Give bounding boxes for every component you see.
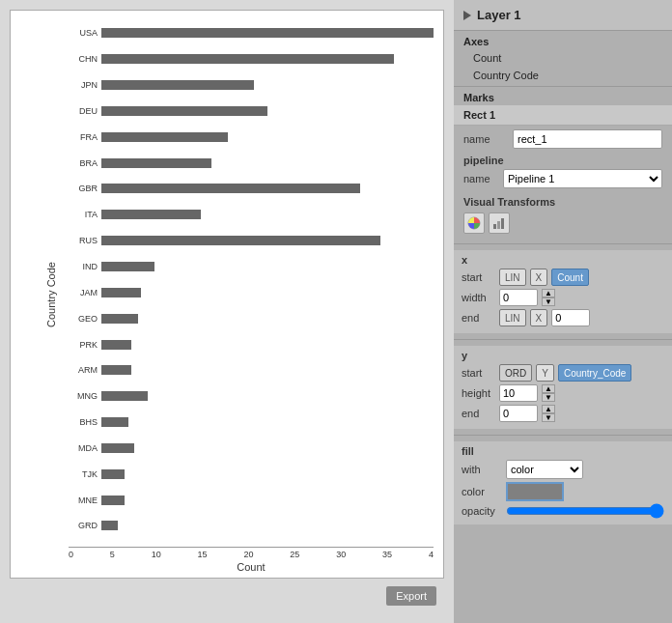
y-header: y (462, 350, 664, 361)
bar-track (101, 365, 434, 375)
x-width-input[interactable] (499, 289, 538, 306)
bar-fill (101, 288, 141, 297)
x-start-label: start (462, 271, 495, 283)
visual-transforms-icons (454, 210, 672, 240)
y-country-tag[interactable]: Country_Code (558, 364, 631, 382)
bar-row: JAM (69, 286, 434, 299)
x-width-spinner: ▲ ▼ (542, 289, 555, 306)
bar-fill (101, 54, 394, 64)
bar-row: DEU (69, 104, 434, 118)
bar-fill (101, 158, 211, 168)
bar-label: IND (69, 262, 98, 271)
bar-fill (101, 365, 131, 375)
bar-fill (101, 314, 138, 324)
pipeline-section: pipeline name Pipeline 1 (454, 153, 672, 192)
bar-track (101, 80, 434, 90)
name-label: name (463, 133, 507, 145)
x-tick-label: 5 (110, 550, 115, 559)
axis-item-count[interactable]: Count (454, 49, 672, 67)
x-axis-line (69, 547, 434, 548)
fill-with-select[interactable]: color gradient none (506, 460, 583, 479)
bar-label: JAM (69, 288, 98, 297)
bar-label: BRA (69, 158, 98, 168)
x-end-lin-tag[interactable]: LIN (499, 309, 526, 326)
pipeline-row: name Pipeline 1 (463, 169, 662, 188)
y-section: y start ORD Y Country_Code height ▲ ▼ en… (454, 346, 672, 429)
bar-fill (101, 132, 228, 142)
bar-label: ITA (69, 210, 98, 219)
x-end-input[interactable] (551, 309, 590, 326)
bar-label: GEO (69, 314, 98, 324)
bar-row: ITA (69, 208, 434, 221)
export-button[interactable]: Export (386, 586, 436, 606)
fill-opacity-label: opacity (462, 505, 502, 517)
x-end-x-tag[interactable]: X (530, 309, 548, 326)
y-height-row: height ▲ ▼ (462, 384, 664, 402)
y-end-input[interactable] (499, 405, 538, 422)
fill-with-label: with (462, 464, 502, 475)
bar-fill (101, 210, 201, 219)
x-count-tag[interactable]: Count (551, 269, 589, 286)
y-height-up[interactable]: ▲ (542, 384, 555, 393)
bar-row: TJK (69, 467, 434, 481)
y-end-label: end (462, 408, 495, 419)
x-width-up[interactable]: ▲ (542, 289, 555, 297)
y-y-tag[interactable]: Y (536, 364, 554, 382)
pie-chart-icon[interactable] (463, 212, 485, 234)
x-tick-label: 20 (243, 550, 253, 559)
x-tick-label: 15 (198, 550, 208, 559)
color-swatch[interactable] (506, 482, 564, 501)
visual-transforms-label: Visual Transforms (454, 192, 672, 210)
divider-3 (454, 435, 672, 436)
bar-row: BRA (69, 156, 434, 170)
bar-track (101, 496, 434, 505)
divider-1 (454, 243, 672, 244)
x-lin-tag[interactable]: LIN (499, 269, 526, 286)
bar-fill (101, 28, 434, 38)
bar-track (101, 210, 434, 219)
fill-section: fill with color gradient none color opac… (454, 441, 672, 524)
bottom-bar: Export (10, 579, 444, 613)
fill-color-label: color (462, 486, 502, 497)
bar-label: JPN (69, 80, 98, 90)
bar-label: PRK (69, 340, 98, 350)
bar-label: CHN (69, 54, 98, 64)
expand-icon[interactable] (463, 11, 471, 20)
bar-label: MNE (69, 496, 98, 505)
axis-item-country-code[interactable]: Country Code (454, 67, 672, 84)
y-end-down[interactable]: ▼ (542, 413, 555, 422)
svg-rect-1 (493, 224, 496, 229)
bar-chart: USACHNJPNDEUFRABRAGBRITARUSINDJAMGEOPRKA… (69, 20, 434, 539)
y-start-row: start ORD Y Country_Code (462, 364, 664, 382)
x-end-label: end (462, 312, 495, 324)
x-x-tag[interactable]: X (530, 269, 548, 286)
x-tick-label: 0 (69, 550, 73, 559)
bar-track (101, 443, 434, 453)
y-height-input[interactable] (499, 384, 538, 402)
opacity-slider[interactable] (506, 504, 664, 518)
x-tick-label: 4 (429, 550, 434, 559)
pipeline-name-label: name (463, 173, 497, 184)
bar-track (101, 106, 434, 116)
y-height-down[interactable]: ▼ (542, 393, 555, 402)
bar-track (101, 54, 434, 64)
svg-rect-2 (497, 221, 500, 229)
y-end-up[interactable]: ▲ (542, 405, 555, 413)
y-ord-tag[interactable]: ORD (499, 364, 532, 382)
x-width-down[interactable]: ▼ (542, 297, 555, 306)
bar-chart-icon[interactable] (489, 212, 510, 234)
y-height-spinner: ▲ ▼ (542, 384, 555, 402)
bar-track (101, 262, 434, 271)
marks-label: Marks (454, 86, 672, 105)
pipeline-label: pipeline (463, 155, 662, 166)
bar-row: MDA (69, 441, 434, 455)
bar-fill (101, 443, 134, 453)
pipeline-select[interactable]: Pipeline 1 (503, 169, 662, 188)
y-end-row: end ▲ ▼ (462, 405, 664, 422)
name-input[interactable] (513, 129, 662, 149)
bar-label: MNG (69, 391, 98, 401)
bar-track (101, 314, 434, 324)
bar-track (101, 28, 434, 38)
bar-track (101, 340, 434, 350)
bar-track (101, 469, 434, 479)
